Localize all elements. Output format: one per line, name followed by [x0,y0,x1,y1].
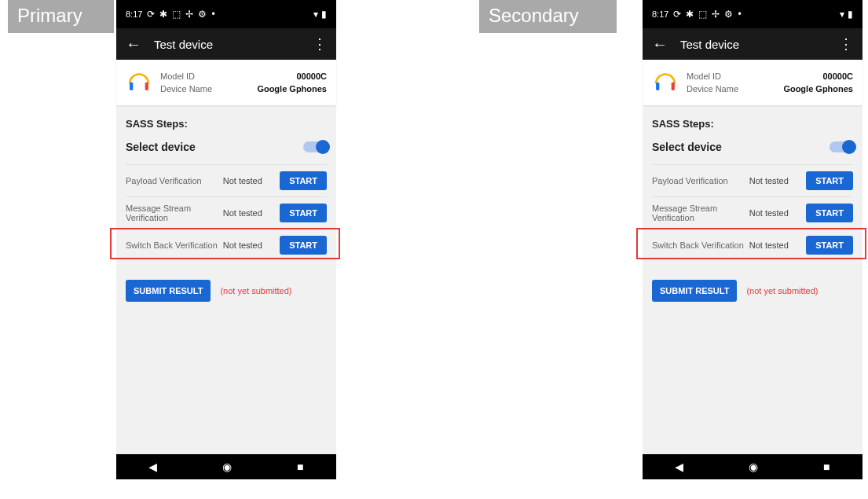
status-time: 8:17 [652,9,668,19]
battery-icon: ▮ [848,9,853,19]
status-icon: ⬚ [172,9,181,19]
nav-home-icon[interactable]: ◉ [749,460,758,473]
wifi-icon: ▾ [313,9,318,19]
model-id-label: Model ID [160,72,195,81]
nav-back-icon[interactable]: ▶ [675,460,683,473]
headphones-icon [126,68,152,97]
model-id-label: Model ID [687,72,721,81]
status-icon: ⟳ [673,9,681,19]
more-icon[interactable]: ⋮ [839,37,853,51]
svg-rect-3 [672,83,675,90]
submit-result-button[interactable]: SUBMIT RESULT [652,280,737,302]
test-row: Payload Verification Not tested START [126,164,327,196]
app-bar: ← Test device ⋮ [643,28,863,60]
test-row: Message Stream Verification Not tested S… [126,196,327,229]
device-name-value: Google Gphones [783,84,853,94]
status-time: 8:17 [126,9,142,19]
battery-icon: ▮ [321,9,327,19]
start-button[interactable]: START [806,236,853,255]
svg-rect-1 [145,83,148,90]
start-button[interactable]: START [280,204,327,222]
test-name: Switch Back Verification [652,240,749,250]
status-bar: 8:17 ⟳ ✱ ⬚ ✢ ⚙ • ▾ ▮ [643,0,863,28]
headphones-icon [652,68,679,97]
status-icon: ✢ [185,9,193,19]
back-icon[interactable]: ← [652,36,668,52]
test-status: Not tested [223,208,280,218]
status-icon: ⬚ [698,9,707,19]
wifi-icon: ▾ [840,9,844,19]
select-device-label: Select device [652,141,722,153]
test-status: Not tested [749,240,806,250]
test-status: Not tested [223,176,280,185]
nav-back-icon[interactable]: ▶ [148,460,157,473]
primary-label: Primary [8,0,114,33]
status-dot-icon: • [211,9,214,19]
test-status: Not tested [749,208,806,218]
device-name-label: Device Name [160,84,212,94]
svg-rect-2 [656,83,659,90]
select-device-toggle[interactable] [303,141,327,152]
secondary-label: Secondary [479,0,617,33]
test-row: Message Stream Verification Not tested S… [652,196,853,229]
device-name-value: Google Gphones [257,84,327,94]
submit-status: (not yet submitted) [220,286,291,295]
status-bar: 8:17 ⟳ ✱ ⬚ ✢ ⚙ • ▾ ▮ [116,0,336,28]
nav-recent-icon[interactable]: ■ [823,460,830,473]
test-row: Payload Verification Not tested START [652,164,853,196]
test-status: Not tested [223,240,280,250]
test-name: Payload Verification [652,176,749,185]
more-icon[interactable]: ⋮ [313,37,327,51]
test-name: Payload Verification [126,176,223,185]
start-button[interactable]: START [806,204,853,222]
sass-steps-title: SASS Steps: [652,118,853,130]
status-icon: ⟳ [147,9,155,19]
test-row: Switch Back Verification Not tested STAR… [126,229,327,261]
test-name: Message Stream Verification [652,204,749,222]
status-gear-icon: ⚙ [198,9,207,19]
phone-secondary: 8:17 ⟳ ✱ ⬚ ✢ ⚙ • ▾ ▮ ← Test device ⋮ Mod… [643,0,863,479]
status-icon: ✱ [686,9,694,19]
phone-primary: 8:17 ⟳ ✱ ⬚ ✢ ⚙ • ▾ ▮ ← Test device ⋮ Mod… [116,0,336,479]
app-title: Test device [154,38,313,51]
device-card: Model ID 00000C Device Name Google Gphon… [116,60,336,105]
nav-bar: ▶ ◉ ■ [116,454,336,479]
start-button[interactable]: START [280,171,327,190]
status-icon: ✢ [712,9,720,19]
test-row: Switch Back Verification Not tested STAR… [652,229,853,261]
model-id-value: 00000C [822,72,853,81]
submit-status: (not yet submitted) [746,286,818,295]
nav-home-icon[interactable]: ◉ [222,460,232,473]
nav-bar: ▶ ◉ ■ [643,454,863,479]
svg-rect-0 [130,83,133,90]
device-card: Model ID 00000C Device Name Google Gphon… [643,60,863,105]
submit-result-button[interactable]: SUBMIT RESULT [126,280,211,302]
select-device-toggle[interactable] [830,141,853,152]
sass-steps-title: SASS Steps: [126,118,327,130]
start-button[interactable]: START [806,171,853,190]
test-name: Switch Back Verification [126,240,223,250]
model-id-value: 00000C [296,72,327,81]
app-bar: ← Test device ⋮ [116,28,336,60]
status-dot-icon: • [738,9,741,19]
device-name-label: Device Name [687,84,738,94]
status-icon: ✱ [159,9,167,19]
test-status: Not tested [749,176,806,185]
select-device-label: Select device [126,141,196,153]
start-button[interactable]: START [280,236,327,255]
back-icon[interactable]: ← [126,36,141,52]
status-gear-icon: ⚙ [724,9,733,19]
test-name: Message Stream Verification [126,204,223,222]
nav-recent-icon[interactable]: ■ [297,460,303,473]
app-title: Test device [680,38,839,51]
